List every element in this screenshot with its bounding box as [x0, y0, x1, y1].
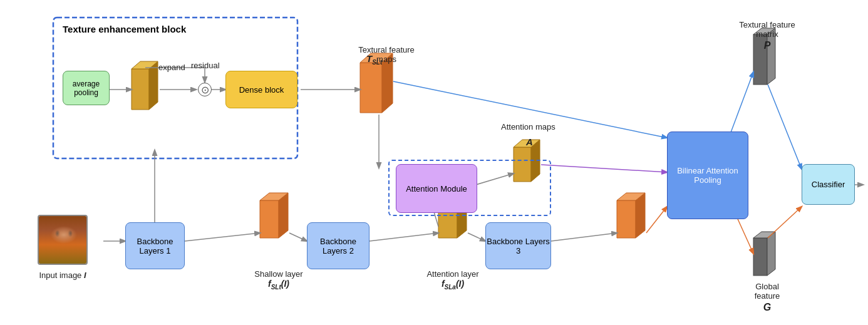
backbone-layers-1-box: Backbone Layers 1	[125, 222, 185, 269]
svg-marker-24	[132, 61, 158, 69]
classifier-box: Classifier	[802, 164, 855, 205]
svg-marker-20	[767, 232, 775, 276]
A-label: A	[526, 137, 533, 147]
shallow-layer-label: Shallow layer fSLt(I)	[244, 269, 313, 291]
svg-marker-22	[132, 69, 149, 110]
svg-line-26	[185, 233, 260, 241]
backbone-layers-2-box: Backbone Layers 2	[307, 222, 369, 269]
svg-marker-23	[149, 61, 158, 110]
diagram-container: Texture enhancement block average poolin…	[0, 0, 868, 325]
svg-marker-4	[360, 63, 382, 113]
svg-line-31	[646, 207, 667, 233]
svg-line-43	[768, 207, 802, 238]
average-pooling-box: average pooling	[63, 71, 110, 105]
svg-marker-21	[753, 232, 775, 238]
svg-marker-15	[617, 193, 645, 200]
svg-line-27	[289, 233, 307, 241]
residual-label: residual	[191, 61, 220, 70]
backbone-layers-3-box: Backbone Layers 3	[485, 222, 551, 269]
dense-block-box: Dense block	[225, 71, 297, 108]
texture-block-title: Texture enhancement block	[63, 24, 186, 34]
circle-operator: ⊙	[198, 83, 212, 96]
input-image	[38, 215, 88, 265]
svg-line-42	[768, 85, 802, 169]
bilinear-attention-box: Bilinear Attention Pooling	[667, 132, 748, 219]
svg-line-38	[541, 165, 667, 172]
svg-marker-3	[260, 193, 288, 200]
svg-marker-1	[260, 200, 279, 238]
textural-feature-matrix-label: Textural feature matrix P	[739, 20, 795, 51]
svg-line-28	[369, 233, 438, 241]
attention-layer-label: Attention layer fSLa(I)	[418, 269, 487, 291]
attention-maps-label: Attention maps	[501, 122, 555, 132]
global-feature-label: Global feature G	[742, 282, 792, 313]
svg-marker-2	[279, 193, 288, 238]
expand-label: expand	[158, 63, 185, 72]
svg-rect-19	[753, 238, 767, 276]
svg-marker-14	[636, 193, 645, 238]
svg-marker-13	[617, 200, 636, 238]
svg-line-29	[468, 233, 485, 241]
input-image-label: Input image I	[28, 271, 97, 280]
attention-module-box: Attention Module	[396, 164, 477, 213]
T-SLt-label: TSLt	[366, 53, 382, 66]
textural-feature-maps-label: Textural feature maps	[349, 45, 424, 64]
svg-line-30	[551, 233, 617, 241]
